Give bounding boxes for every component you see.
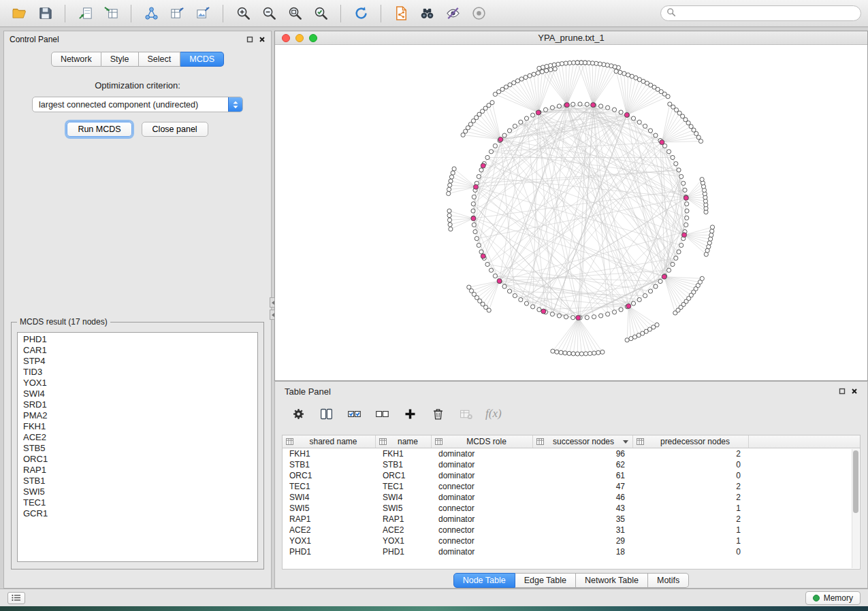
toolbar-button-save[interactable] [33,3,57,24]
column-header-predecessor-nodes[interactable]: predecessor nodes [633,435,749,448]
dropdown-value: largest connected component (undirected) [33,100,228,110]
minimize-window-button[interactable] [295,34,304,42]
column-menu-chevron-icon[interactable] [623,440,628,446]
cell-mcds-role: dominator [432,471,533,480]
toolbar-button-zoom-in[interactable] [231,3,255,24]
toolbar-button-open-folder[interactable] [7,3,31,24]
table-scrollbar[interactable] [852,449,859,568]
result-item[interactable]: RAP1 [18,465,257,476]
table-row[interactable]: TEC1TEC1connector472 [283,481,860,492]
result-item[interactable]: STB5 [18,443,257,454]
result-item[interactable]: PHD1 [18,334,257,345]
table-export-icon [170,5,185,21]
close-window-button[interactable] [282,34,290,42]
result-item[interactable]: ACE2 [18,432,257,443]
tab-style[interactable]: Style [101,52,139,67]
table-row[interactable]: PHD1PHD1dominator180 [283,546,860,557]
float-table-panel-icon[interactable] [839,388,846,395]
tab-network[interactable]: Network [51,52,101,67]
network-window-titlebar[interactable]: YPA_prune.txt_1 [275,31,867,45]
close-panel-icon[interactable] [259,36,266,43]
table-row[interactable]: FKH1FKH1dominator962 [283,448,860,459]
status-list-button[interactable] [7,592,25,604]
function-builder-button[interactable]: f(x) [485,407,502,420]
zoom-window-button[interactable] [309,34,317,42]
toolbar-button-table-export[interactable] [165,3,189,24]
table-row[interactable]: ACE2ACE2connector311 [283,525,860,535]
cell-shared-name: SWI4 [283,493,376,502]
optimization-dropdown[interactable]: largest connected component (undirected) [32,97,243,112]
tab-node-table[interactable]: Node Table [453,573,515,588]
result-item[interactable]: SWI4 [18,389,257,399]
toolbar-button-zoom-selected[interactable] [308,3,333,24]
table-toolbar-button-table-disabled[interactable] [457,406,474,422]
column-header-successor-nodes[interactable]: successor nodes [533,435,633,448]
desktop-wallpaper-strip [0,606,868,611]
table-toolbar-button-gear[interactable] [290,406,306,422]
result-item[interactable]: SWI5 [18,486,257,497]
toolbar-button-binoculars[interactable] [415,3,439,24]
splitter-expand-button[interactable] [270,310,275,320]
table-toolbar-button-select-checked[interactable] [346,406,362,422]
select-checked-icon [347,407,361,421]
toolbar-button-eye[interactable] [466,3,491,24]
toolbar-button-image-export[interactable] [191,3,215,24]
cell-shared-name: SWI5 [283,503,376,513]
result-item[interactable]: SRD1 [18,399,257,410]
toolbar-button-network-share[interactable] [139,3,163,24]
result-item[interactable]: CAR1 [18,345,257,356]
table-row[interactable]: SWI5SWI5connector431 [283,503,860,514]
cell-successor-nodes: 62 [533,460,633,469]
table-row[interactable]: SWI4SWI4dominator462 [283,492,860,503]
result-item[interactable]: ORC1 [18,454,257,465]
table-toolbar-button-select-unchecked[interactable] [374,406,390,422]
table-toolbar-button-split-columns[interactable] [318,406,334,422]
search-box[interactable] [660,5,861,21]
toolbar-button-refresh[interactable] [349,3,373,24]
run-mcds-button[interactable]: Run MCDS [67,122,131,137]
table-row[interactable]: ORC1ORC1dominator610 [283,470,860,481]
column-header-mcds-role[interactable]: MCDS role [432,435,533,448]
float-panel-icon[interactable] [246,36,253,43]
table-toolbar-button-delete-row[interactable] [430,406,446,422]
table-row[interactable]: YOX1YOX1connector291 [283,535,860,546]
toolbar-icon-groups [7,3,491,24]
result-item[interactable]: STP4 [18,356,257,367]
column-label: shared name [293,437,373,446]
result-item[interactable]: TID3 [18,367,257,378]
column-header-name[interactable]: name [376,435,432,448]
toolbar-button-zoom-fit[interactable] [283,3,307,24]
table-row[interactable]: STB1STB1dominator620 [283,459,860,470]
close-panel-button[interactable]: Close panel [142,122,208,137]
toolbar-button-import-file[interactable] [73,3,97,24]
network-canvas[interactable] [275,45,867,380]
table-row[interactable]: RAP1RAP1dominator352 [283,514,860,525]
column-header-shared-name[interactable]: shared name [283,435,376,448]
toolbar-button-document-share[interactable] [389,3,413,24]
splitter-collapse-button[interactable] [270,297,275,308]
result-item[interactable]: GCR1 [18,508,257,519]
result-item[interactable]: STB1 [18,476,257,486]
tab-select[interactable]: Select [139,52,181,67]
table-scrollbar-thumb[interactable] [853,450,858,513]
cell-shared-name: RAP1 [283,514,376,524]
search-input[interactable] [679,9,855,18]
table-toolbar-button-add-row[interactable] [402,406,418,422]
result-item[interactable]: PMA2 [18,410,257,421]
result-item[interactable]: FKH1 [18,421,257,432]
toolbar-button-eye-hide[interactable] [440,3,465,24]
close-table-panel-icon[interactable] [851,388,858,395]
tab-edge-table[interactable]: Edge Table [515,573,576,588]
tab-motifs[interactable]: Motifs [648,573,689,588]
add-row-icon [403,407,417,421]
result-item[interactable]: TEC1 [18,497,257,508]
memory-button[interactable]: Memory [805,591,861,605]
mcds-result-list[interactable]: PHD1CAR1STP4TID3YOX1SWI4SRD1PMA2FKH1ACE2… [17,332,258,562]
tab-network-table[interactable]: Network Table [576,573,648,588]
toolbar-button-import-table[interactable] [99,3,123,24]
toolbar-button-zoom-out[interactable] [257,3,281,24]
import-table-icon [103,5,119,21]
cell-mcds-role: connector [432,525,533,535]
tab-mcds[interactable]: MCDS [180,52,224,67]
result-item[interactable]: YOX1 [18,378,257,389]
